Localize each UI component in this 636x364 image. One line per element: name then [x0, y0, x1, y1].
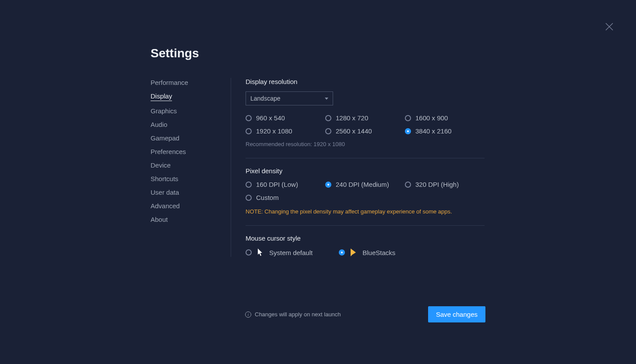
radio-icon: [325, 182, 331, 188]
density-option[interactable]: Custom: [246, 194, 325, 201]
sidebar: PerformanceDisplayGraphicsAudioGamepadPr…: [151, 78, 231, 257]
footer: i Changes will apply on next launch Save…: [245, 306, 485, 322]
cursor-option[interactable]: System default: [246, 248, 313, 257]
footer-notice: i Changes will apply on next launch: [245, 311, 341, 318]
sidebar-item-shortcuts[interactable]: Shortcuts: [151, 175, 178, 182]
radio-label: 240 DPI (Medium): [336, 181, 389, 188]
save-changes-button[interactable]: Save changes: [428, 306, 485, 322]
density-option[interactable]: 160 DPI (Low): [246, 181, 325, 188]
sidebar-item-display[interactable]: Display: [151, 92, 172, 101]
radio-label: System default: [269, 249, 313, 256]
radio-label: 1280 x 720: [336, 114, 368, 122]
resolution-option[interactable]: 1920 x 1080: [246, 127, 325, 135]
sidebar-item-about[interactable]: About: [151, 216, 168, 223]
sidebar-divider: [231, 78, 231, 257]
radio-label: 1920 x 1080: [256, 127, 292, 135]
cursor-option[interactable]: BlueStacks: [339, 248, 395, 257]
radio-icon: [325, 128, 331, 134]
close-button[interactable]: [605, 23, 613, 31]
radio-icon: [246, 195, 252, 201]
radio-icon: [325, 115, 331, 121]
section-title-density: Pixel density: [246, 167, 485, 175]
radio-icon: [405, 182, 411, 188]
resolution-option[interactable]: 960 x 540: [246, 114, 325, 122]
radio-label: BlueStacks: [362, 249, 395, 256]
cursor-bluestacks-icon: [350, 248, 357, 257]
sidebar-item-gamepad[interactable]: Gamepad: [151, 134, 179, 142]
resolution-option[interactable]: 2560 x 1440: [325, 127, 405, 135]
sidebar-item-user-data[interactable]: User data: [151, 189, 179, 196]
radio-label: 960 x 540: [256, 114, 285, 122]
resolution-option[interactable]: 1600 x 900: [405, 114, 485, 122]
radio-label: 1600 x 900: [415, 114, 448, 122]
resolution-option[interactable]: 1280 x 720: [325, 114, 405, 122]
footer-notice-text: Changes will apply on next launch: [255, 311, 341, 318]
section-title-cursor: Mouse cursor style: [246, 234, 485, 242]
density-option[interactable]: 320 DPI (High): [405, 181, 485, 188]
density-note: NOTE: Changing the pixel density may aff…: [246, 208, 485, 215]
radio-icon: [405, 128, 411, 134]
close-icon: [605, 23, 613, 31]
page-title: Settings: [151, 46, 635, 60]
section-divider: [246, 225, 485, 226]
sidebar-item-preferences[interactable]: Preferences: [151, 148, 186, 155]
radio-label: 2560 x 1440: [336, 127, 372, 135]
resolution-option[interactable]: 3840 x 2160: [405, 127, 485, 135]
radio-icon: [246, 249, 252, 256]
section-divider: [246, 158, 485, 158]
density-option[interactable]: 240 DPI (Medium): [325, 181, 405, 188]
cursor-system-icon: [257, 248, 264, 257]
radio-label: 320 DPI (High): [415, 181, 459, 188]
radio-icon: [246, 182, 252, 188]
radio-label: 3840 x 2160: [415, 127, 452, 135]
sidebar-item-audio[interactable]: Audio: [151, 121, 167, 128]
density-radio-group: 160 DPI (Low)240 DPI (Medium)320 DPI (Hi…: [246, 181, 485, 201]
orientation-select-value: Landscape: [250, 95, 281, 102]
sidebar-item-device[interactable]: Device: [151, 161, 171, 169]
sidebar-item-advanced[interactable]: Advanced: [151, 202, 180, 210]
radio-icon: [339, 249, 345, 256]
cursor-radio-group: System defaultBlueStacks: [246, 248, 485, 257]
chevron-down-icon: [325, 98, 328, 100]
radio-label: Custom: [256, 194, 279, 201]
radio-icon: [405, 115, 411, 121]
radio-icon: [246, 115, 252, 121]
radio-icon: [246, 128, 252, 134]
orientation-select[interactable]: Landscape: [246, 91, 333, 105]
radio-label: 160 DPI (Low): [256, 181, 298, 188]
info-icon: i: [245, 312, 251, 318]
recommended-resolution-text: Recommended resolution: 1920 x 1080: [246, 141, 485, 147]
resolution-radio-group: 960 x 5401280 x 7201600 x 9001920 x 1080…: [246, 114, 485, 135]
sidebar-item-graphics[interactable]: Graphics: [151, 107, 177, 115]
sidebar-item-performance[interactable]: Performance: [151, 79, 188, 86]
main-panel: Display resolution Landscape 960 x 54012…: [246, 78, 635, 257]
section-title-resolution: Display resolution: [246, 78, 485, 85]
